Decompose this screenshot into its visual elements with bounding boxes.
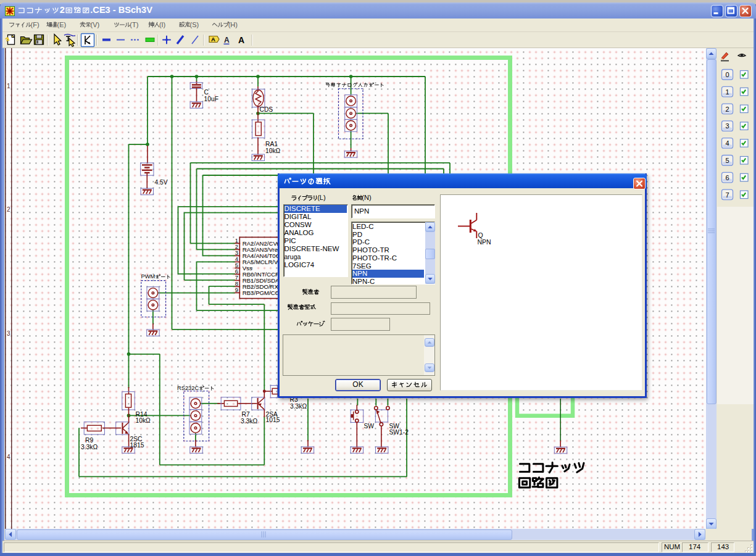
svg-text:NPN: NPN	[478, 238, 491, 246]
